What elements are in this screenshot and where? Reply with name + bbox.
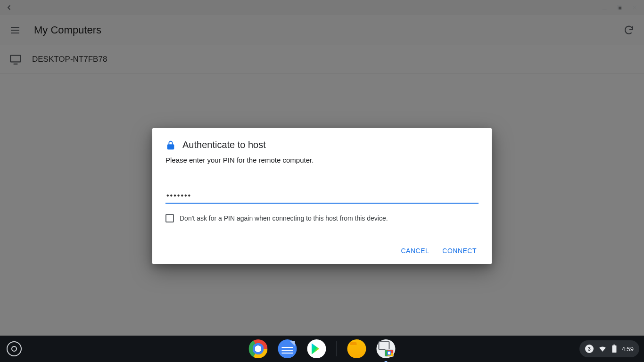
wifi-icon	[598, 345, 607, 353]
refresh-icon	[623, 25, 635, 36]
os-shelf: 3 4:59	[0, 336, 644, 362]
checkbox-icon	[165, 214, 174, 222]
files-app-icon[interactable]	[347, 339, 366, 358]
launcher-button[interactable]	[7, 341, 22, 356]
shelf-separator	[337, 341, 337, 356]
battery-icon	[611, 345, 617, 353]
page-title: My Computers	[34, 24, 101, 36]
monitor-icon	[9, 53, 22, 66]
docs-app-icon[interactable]	[278, 339, 297, 358]
window-titlebar	[0, 0, 644, 15]
refresh-button[interactable]	[623, 25, 635, 36]
hamburger-menu-button[interactable]	[9, 25, 21, 36]
remember-pin-label: Don't ask for a PIN again when connectin…	[180, 214, 388, 222]
window-maximize-button[interactable]	[614, 2, 625, 13]
window-close-button[interactable]	[629, 2, 640, 13]
window-minimize-button[interactable]	[599, 2, 610, 13]
pin-input[interactable]	[165, 189, 479, 204]
remote-desktop-app-icon[interactable]	[377, 339, 396, 358]
svg-rect-4	[613, 345, 615, 346]
system-tray[interactable]: 3 4:59	[579, 340, 639, 357]
cancel-button[interactable]: CANCEL	[401, 247, 429, 255]
back-button[interactable]	[4, 2, 15, 13]
clock: 4:59	[622, 346, 634, 353]
dialog-message: Please enter your PIN for the remote com…	[165, 156, 479, 164]
notification-count-badge: 3	[585, 345, 594, 353]
play-store-app-icon[interactable]	[307, 339, 326, 358]
chrome-app-icon[interactable]	[249, 339, 268, 358]
remember-pin-checkbox-row[interactable]: Don't ask for a PIN again when connectin…	[165, 214, 479, 222]
dialog-title: Authenticate to host	[182, 140, 266, 150]
svg-rect-2	[10, 55, 21, 62]
host-name: DESKTOP-NT7FB78	[32, 55, 107, 64]
connect-button[interactable]: CONNECT	[442, 247, 477, 255]
svg-rect-3	[612, 346, 616, 353]
maximize-icon	[616, 4, 623, 11]
minimize-icon	[601, 4, 608, 11]
menu-icon	[9, 25, 21, 36]
arrow-left-icon	[5, 3, 14, 12]
svg-rect-1	[619, 7, 622, 10]
close-icon	[631, 4, 638, 11]
app-header: My Computers	[0, 15, 644, 45]
lock-icon	[165, 140, 176, 150]
host-list-item[interactable]: DESKTOP-NT7FB78	[0, 45, 644, 74]
authenticate-dialog: Authenticate to host Please enter your P…	[152, 128, 492, 264]
shelf-apps	[249, 339, 396, 358]
